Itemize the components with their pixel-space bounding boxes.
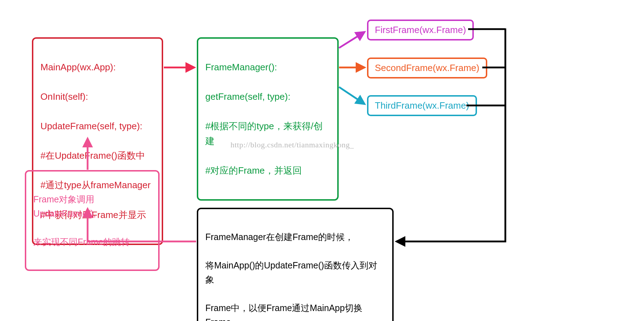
secondframe-box: SecondFrame(wx.Frame) — [367, 58, 487, 78]
arrow-to-thirdframe — [339, 87, 365, 104]
mainapp-line3: #在UpdateFrame()函数中 — [40, 148, 155, 163]
manager-note-line3: Frame中，以便Frame通过MainApp切换Frame — [205, 301, 385, 321]
update-note-line1: Frame对象调用UpdateFrame(), — [33, 192, 151, 221]
manager-note-box: FrameManager在创建Frame的时候， 将MainApp()的Upda… — [197, 208, 394, 321]
firstframe-box: FirstFrame(wx.Frame) — [367, 20, 474, 40]
manager-note-line2: 将MainApp()的UpdateFrame()函数传入到对象 — [205, 258, 385, 287]
mainapp-line1: OnInit(self): — [40, 89, 155, 104]
thirdframe-box: ThirdFrame(wx.Frame) — [367, 95, 477, 116]
arrow-to-firstframe — [339, 32, 365, 48]
framemanager-title: FrameManager(): — [205, 60, 330, 75]
framemanager-line3: #对应的Frame，并返回 — [205, 163, 330, 178]
mainapp-title: MainApp(wx.App): — [40, 60, 155, 75]
watermark-text: http://blog.csdn.net/tianmaxingkong_ — [231, 140, 354, 149]
mainapp-line2: UpdateFrame(self, type): — [40, 119, 155, 134]
manager-note-line1: FrameManager在创建Frame的时候， — [205, 230, 385, 244]
update-note-box: Frame对象调用UpdateFrame(), 来实现不同Frame的跳转 — [25, 170, 160, 271]
framemanager-box: FrameManager(): getFrame(self, type): #根… — [197, 37, 339, 201]
update-note-line2: 来实现不同Frame的跳转 — [33, 235, 151, 249]
framemanager-line1: getFrame(self, type): — [205, 89, 330, 104]
